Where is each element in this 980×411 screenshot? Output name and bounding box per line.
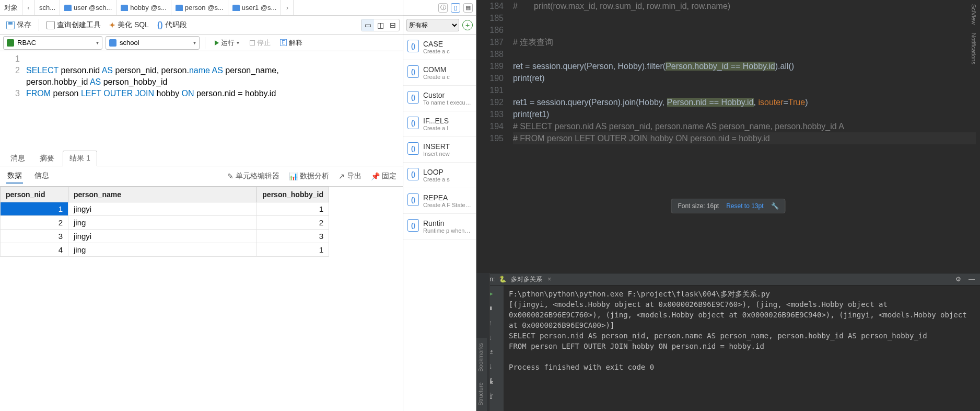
tab-nav-next[interactable]: › bbox=[281, 0, 294, 15]
structure-tab[interactable]: Structure bbox=[476, 377, 485, 411]
table-icon bbox=[176, 5, 183, 11]
explain-button[interactable]: 🄴解释 bbox=[277, 37, 306, 49]
font-size-label: Font size: 16pt bbox=[678, 202, 719, 210]
result-grid[interactable]: person_nid person_name person_hobby_id 1… bbox=[0, 186, 403, 411]
font-size-popup: Font size: 16pt Reset to 13pt 🔧 bbox=[671, 199, 785, 213]
snippet-item[interactable]: ()CASECreate a c bbox=[403, 35, 476, 60]
snippet-button[interactable]: ()代码段 bbox=[154, 18, 190, 32]
info-icon[interactable]: ⓘ bbox=[438, 3, 448, 13]
stop-icon bbox=[250, 40, 255, 45]
snippet-icon: () bbox=[407, 65, 419, 78]
cell-editor-button[interactable]: ✎ 单元格编辑器 bbox=[227, 172, 279, 181]
table-row[interactable]: 4jing1 bbox=[1, 243, 329, 257]
close-icon[interactable]: × bbox=[547, 276, 551, 283]
magic-icon: ✦ bbox=[109, 21, 115, 29]
snippet-icon: () bbox=[407, 40, 419, 52]
pin-button[interactable]: 📌 固定 bbox=[371, 172, 396, 181]
wrench-icon[interactable]: 🔧 bbox=[771, 202, 779, 210]
beautify-button[interactable]: ✦美化 SQL bbox=[106, 18, 152, 32]
col-person-hobby-id[interactable]: person_hobby_id bbox=[257, 187, 329, 202]
grid-icon[interactable]: ▦ bbox=[463, 3, 473, 13]
snippet-icon: () bbox=[407, 91, 419, 104]
tab-sch[interactable]: sch... bbox=[35, 0, 60, 15]
database-icon bbox=[109, 39, 116, 47]
snippet-item[interactable]: ()LOOPCreate a s bbox=[403, 163, 476, 188]
gear-icon[interactable]: ⚙ bbox=[955, 276, 961, 283]
tab-result1[interactable]: 结果 1 bbox=[63, 151, 97, 166]
export-button[interactable]: ↗ 导出 bbox=[339, 172, 361, 181]
line-numbers: 184185186187188189190191192193194195 bbox=[476, 0, 513, 273]
snippet-icon: () bbox=[407, 219, 419, 232]
left-side-tabs: Bookmarks Structure bbox=[476, 338, 487, 411]
play-icon bbox=[215, 40, 219, 45]
table-row[interactable]: 3jingyi3 bbox=[1, 230, 329, 243]
view-split-h[interactable]: ◫ bbox=[374, 19, 387, 31]
chevron-down-icon: ▾ bbox=[193, 40, 196, 45]
col-person-name[interactable]: person_name bbox=[68, 187, 257, 202]
right-side-tabs: SciView Notifications bbox=[970, 0, 980, 68]
add-snippet-button[interactable]: + bbox=[462, 20, 473, 30]
subtab-data[interactable]: 数据 bbox=[6, 169, 23, 184]
snippet-item[interactable]: ()INSERTInsert new bbox=[403, 137, 476, 163]
bookmarks-tab[interactable]: Bookmarks bbox=[476, 338, 485, 377]
python-file-icon: 🐍 bbox=[499, 276, 507, 283]
snippet-item[interactable]: ()CustorTo name t executing bbox=[403, 86, 476, 111]
schema-select[interactable]: school▾ bbox=[106, 36, 200, 50]
analyze-button[interactable]: 📊 数据分析 bbox=[289, 172, 329, 181]
sciview-tab[interactable]: SciView bbox=[970, 0, 978, 29]
tab-person[interactable]: person @s... bbox=[171, 0, 228, 15]
snippet-filter[interactable]: 所有标 bbox=[406, 19, 459, 31]
sql-toolbar: 保存 查询创建工具 ✦美化 SQL ()代码段 ▭ ◫ ⊟ bbox=[0, 16, 403, 35]
paren-icon[interactable]: () bbox=[451, 3, 460, 13]
sql-code[interactable]: SELECT person.nid AS person_nid, person.… bbox=[26, 53, 403, 149]
snippet-item[interactable]: ()COMMCreate a c bbox=[403, 60, 476, 86]
tab-summary[interactable]: 摘要 bbox=[33, 151, 61, 166]
snippet-icon: () bbox=[407, 193, 419, 206]
stop-button: 停止 bbox=[247, 37, 274, 49]
console: ▶ ■ ↑ ↓ ⇄ ⤓ 🖶 🗑 F:\pthon\python\python.e… bbox=[476, 286, 980, 411]
result-tabs: 消息 摘要 结果 1 bbox=[0, 151, 403, 166]
pycharm-pane: 184185186187188189190191192193194195 # p… bbox=[476, 0, 980, 411]
run-button[interactable]: 运行▾ bbox=[211, 37, 243, 49]
run-toolbar: Run: 🐍 多对多关系 × ⚙ — bbox=[476, 273, 980, 286]
tab-messages[interactable]: 消息 bbox=[4, 151, 31, 166]
table-row[interactable]: 2jing2 bbox=[1, 216, 329, 230]
snippet-item[interactable]: ()REPEACreate A F Statement search_co bbox=[403, 188, 476, 214]
run-config-name[interactable]: 多对多关系 bbox=[511, 275, 542, 284]
snippet-pane: ⓘ () ▦ 所有标 + ()CASECreate a c()COMMCreat… bbox=[403, 0, 476, 411]
separator bbox=[205, 37, 205, 49]
view-single[interactable]: ▭ bbox=[361, 19, 374, 31]
snippet-icon: () bbox=[407, 117, 419, 129]
tab-user1[interactable]: user1 @s... bbox=[228, 0, 282, 15]
subtab-info[interactable]: 信息 bbox=[33, 169, 50, 184]
tab-user[interactable]: user @sch... bbox=[60, 0, 116, 15]
table-row[interactable]: 1jingyi1 bbox=[1, 202, 329, 216]
connection-icon bbox=[7, 39, 14, 47]
tab-nav-prev[interactable]: ‹ bbox=[22, 0, 35, 15]
save-button[interactable]: 保存 bbox=[3, 18, 34, 32]
reset-font-link[interactable]: Reset to 13pt bbox=[726, 202, 763, 210]
console-output[interactable]: F:\pthon\python\python.exe F:\project\fl… bbox=[504, 286, 980, 411]
query-builder-button[interactable]: 查询创建工具 bbox=[43, 18, 104, 32]
snippet-item[interactable]: ()RuntinRuntime p when the Navicat b you… bbox=[403, 214, 476, 239]
view-split-v[interactable]: ⊟ bbox=[387, 19, 399, 31]
sql-editor[interactable]: 123 SELECT person.nid AS person_nid, per… bbox=[0, 51, 403, 151]
snippet-filter-row: 所有标 + bbox=[403, 16, 476, 35]
tab-hobby[interactable]: hobby @s... bbox=[116, 0, 171, 15]
python-editor[interactable]: 184185186187188189190191192193194195 # p… bbox=[476, 0, 980, 273]
navicat-pane: 对象 ‹ sch... user @sch... hobby @s... per… bbox=[0, 0, 403, 411]
snippet-item[interactable]: ()IF...ELSCreate a I bbox=[403, 111, 476, 137]
table-header-row: person_nid person_name person_hobby_id bbox=[1, 187, 329, 202]
db-selector-row: RBAC▾ school▾ 运行▾ 停止 🄴解释 bbox=[0, 35, 403, 51]
code-content[interactable]: # print(row.max_id, row.sum_id, row.min_… bbox=[513, 0, 980, 273]
table-icon bbox=[232, 5, 240, 11]
col-person-nid[interactable]: person_nid bbox=[1, 187, 68, 202]
chevron-down-icon: ▾ bbox=[96, 40, 99, 45]
tab-objects[interactable]: 对象 bbox=[0, 0, 22, 15]
builder-icon bbox=[46, 21, 55, 29]
minimize-icon[interactable]: — bbox=[969, 276, 975, 283]
snippet-list[interactable]: ()CASECreate a c()COMMCreate a c()Custor… bbox=[403, 35, 476, 411]
notifications-tab[interactable]: Notifications bbox=[970, 29, 978, 68]
connection-select[interactable]: RBAC▾ bbox=[3, 36, 102, 50]
paren-icon: () bbox=[157, 20, 163, 30]
